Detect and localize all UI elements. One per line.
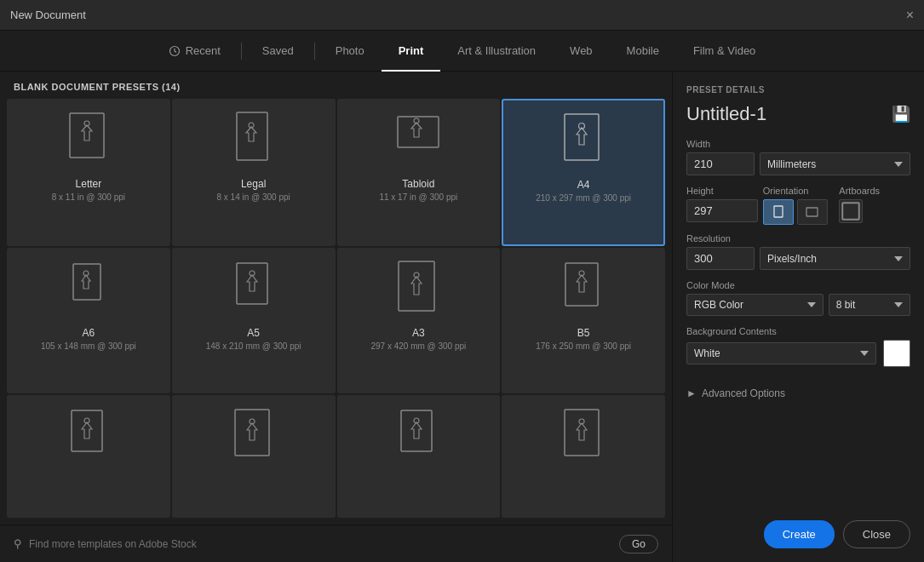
orientation-label: Orientation bbox=[763, 186, 835, 196]
close-button[interactable]: Close bbox=[843, 520, 910, 548]
advanced-options-toggle[interactable]: ► Advanced Options bbox=[686, 384, 910, 403]
preset-a3-icon bbox=[393, 259, 444, 320]
advanced-options-label: Advanced Options bbox=[702, 387, 785, 399]
background-contents-label: Background Contents bbox=[686, 326, 910, 336]
tab-print[interactable]: Print bbox=[382, 31, 441, 72]
preset-b5-name: B5 bbox=[577, 327, 590, 339]
preset-tabloid-icon bbox=[393, 110, 444, 171]
svg-rect-17 bbox=[72, 410, 102, 451]
svg-rect-1 bbox=[70, 113, 104, 158]
window-close-button[interactable]: × bbox=[906, 9, 914, 22]
presets-grid: Letter 8 x 11 in @ 300 ppi Legal 8 x 14 … bbox=[0, 99, 672, 525]
tab-divider bbox=[241, 43, 242, 60]
landscape-button[interactable] bbox=[797, 199, 828, 225]
preset-p9-icon bbox=[63, 406, 114, 467]
height-input[interactable] bbox=[686, 199, 758, 222]
svg-rect-7 bbox=[565, 114, 599, 160]
svg-rect-23 bbox=[565, 410, 599, 456]
preset-b5[interactable]: B5 176 x 250 mm @ 300 ppi bbox=[502, 248, 665, 393]
tab-mobile[interactable]: Mobile bbox=[610, 31, 676, 72]
clock-icon bbox=[169, 45, 181, 57]
resolution-input-group: Pixels/Inch Pixels/Centimeter bbox=[686, 247, 910, 270]
preset-a6-icon bbox=[63, 259, 114, 320]
preset-a4[interactable]: A4 210 x 297 mm @ 300 ppi bbox=[502, 99, 665, 246]
background-contents-field-row: Background Contents White Black Backgrou… bbox=[686, 326, 910, 367]
background-contents-select[interactable]: White Black Background Color Transparent… bbox=[686, 342, 876, 364]
tab-saved[interactable]: Saved bbox=[245, 31, 311, 72]
svg-rect-13 bbox=[399, 261, 434, 311]
preset-p12-icon bbox=[558, 406, 609, 467]
color-mode-row: RGB Color CMYK Color Lab Color Grayscale… bbox=[686, 294, 910, 316]
width-label: Width bbox=[686, 139, 910, 149]
preset-letter[interactable]: Letter 8 x 11 in @ 300 ppi bbox=[7, 99, 170, 246]
portrait-button[interactable] bbox=[763, 199, 794, 225]
main-content: BLANK DOCUMENT PRESETS (14) Letter 8 x 1… bbox=[0, 72, 924, 562]
artboards-label: Artboards bbox=[839, 186, 910, 196]
orientation-group bbox=[763, 199, 835, 225]
doc-title-row: Untitled-1 💾 bbox=[686, 103, 910, 125]
preset-tabloid-name: Tabloid bbox=[402, 178, 434, 190]
preset-a3-name: A3 bbox=[412, 327, 425, 339]
svg-rect-9 bbox=[73, 264, 100, 300]
color-mode-select[interactable]: RGB Color CMYK Color Lab Color Grayscale… bbox=[686, 294, 824, 316]
width-unit-select[interactable]: Millimeters Inches Pixels Centimeters bbox=[760, 152, 910, 175]
background-color-swatch[interactable] bbox=[883, 340, 910, 367]
preset-p10[interactable] bbox=[172, 395, 336, 518]
artboards-checkbox[interactable] bbox=[839, 199, 863, 223]
tab-photo[interactable]: Photo bbox=[319, 31, 382, 72]
tab-recent[interactable]: Recent bbox=[152, 31, 238, 72]
presets-header: BLANK DOCUMENT PRESETS (14) bbox=[0, 72, 672, 99]
preset-a6[interactable]: A6 105 x 148 mm @ 300 ppi bbox=[7, 248, 170, 393]
bottom-buttons: Create Close bbox=[686, 507, 910, 548]
preset-p9[interactable] bbox=[7, 395, 170, 518]
tab-filmvideo[interactable]: Film & Video bbox=[676, 31, 772, 72]
artboards-item: Artboards bbox=[839, 186, 910, 225]
right-panel: PRESET DETAILS Untitled-1 💾 Width Millim… bbox=[673, 72, 924, 562]
preset-a4-icon bbox=[558, 111, 609, 172]
artboards-group bbox=[839, 199, 910, 223]
width-field-row: Width Millimeters Inches Pixels Centimet… bbox=[686, 139, 910, 175]
resolution-label: Resolution bbox=[686, 233, 910, 244]
search-input[interactable] bbox=[29, 538, 612, 550]
width-input[interactable] bbox=[686, 152, 755, 175]
go-button[interactable]: Go bbox=[619, 535, 658, 553]
tab-web[interactable]: Web bbox=[553, 31, 610, 72]
title-bar: New Document × bbox=[0, 0, 924, 31]
preset-p10-icon bbox=[228, 406, 279, 467]
preset-b5-dims: 176 x 250 mm @ 300 ppi bbox=[536, 341, 631, 352]
search-bar: ⚲ Go bbox=[0, 525, 672, 562]
preset-legal[interactable]: Legal 8 x 14 in @ 300 ppi bbox=[172, 99, 336, 246]
title-bar-text: New Document bbox=[10, 9, 86, 21]
resolution-input[interactable] bbox=[686, 247, 755, 270]
height-item: Height bbox=[686, 186, 758, 225]
svg-rect-3 bbox=[237, 112, 267, 160]
preset-a4-dims: 210 x 297 mm @ 300 ppi bbox=[536, 192, 631, 204]
preset-a5[interactable]: A5 148 x 210 mm @ 300 ppi bbox=[172, 248, 336, 393]
doc-title-text: Untitled-1 bbox=[686, 103, 766, 125]
portrait-icon bbox=[772, 205, 785, 219]
color-mode-field-row: Color Mode RGB Color CMYK Color Lab Colo… bbox=[686, 280, 910, 316]
preset-a3[interactable]: A3 297 x 420 mm @ 300 ppi bbox=[337, 248, 501, 393]
tab-artillustration[interactable]: Art & Illustration bbox=[440, 31, 553, 72]
create-button[interactable]: Create bbox=[764, 520, 835, 548]
preset-letter-name: Letter bbox=[76, 178, 102, 190]
color-mode-label: Color Mode bbox=[686, 280, 910, 290]
preset-p12[interactable] bbox=[502, 395, 665, 518]
tab-divider-2 bbox=[314, 43, 315, 60]
preset-tabloid[interactable]: Tabloid 11 x 17 in @ 300 ppi bbox=[337, 99, 501, 246]
preset-p11[interactable] bbox=[337, 395, 501, 518]
preset-letter-icon bbox=[63, 110, 114, 171]
left-panel: BLANK DOCUMENT PRESETS (14) Letter 8 x 1… bbox=[0, 72, 673, 562]
preset-p11-icon bbox=[393, 406, 444, 467]
preset-b5-icon bbox=[558, 259, 609, 320]
save-preset-icon[interactable]: 💾 bbox=[892, 105, 910, 123]
preset-details-title: PRESET DETAILS bbox=[686, 85, 910, 95]
bit-depth-select[interactable]: 8 bit 16 bit 32 bit bbox=[829, 294, 910, 316]
preset-letter-dims: 8 x 11 in @ 300 ppi bbox=[52, 192, 125, 203]
checkbox-icon bbox=[840, 200, 862, 222]
resolution-unit-select[interactable]: Pixels/Inch Pixels/Centimeter bbox=[760, 247, 910, 270]
preset-a6-dims: 105 x 148 mm @ 300 ppi bbox=[41, 341, 136, 352]
preset-a4-name: A4 bbox=[577, 179, 590, 191]
preset-legal-icon bbox=[228, 110, 279, 171]
svg-rect-5 bbox=[398, 117, 439, 147]
